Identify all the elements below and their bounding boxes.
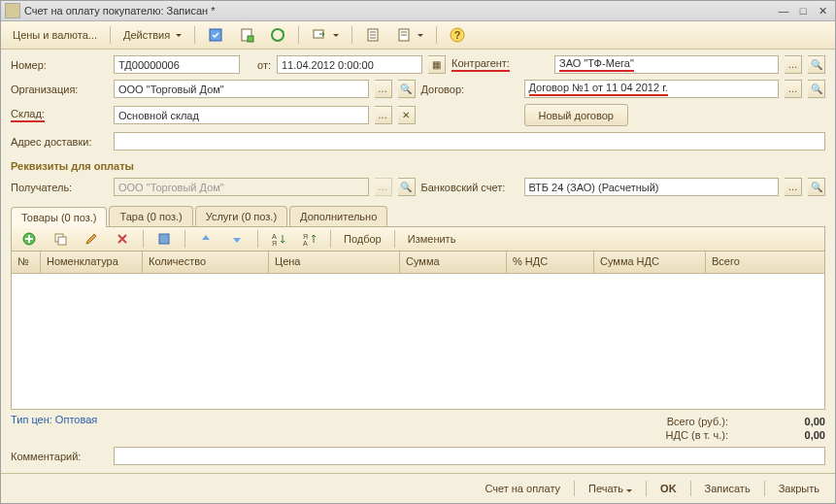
actions-menu[interactable]: Действия xyxy=(117,26,187,44)
goto-icon xyxy=(312,27,327,43)
tab-bar: Товары (0 поз.) Тара (0 поз.) Услуги (0 … xyxy=(11,206,825,226)
new-contract-button[interactable]: Новый договор xyxy=(524,104,628,126)
maximize-button[interactable]: □ xyxy=(794,4,812,17)
reload-icon xyxy=(270,27,285,43)
print-menu-button[interactable]: Печать xyxy=(581,480,640,497)
dogovor-select-button[interactable]: … xyxy=(785,80,802,98)
arrow-up-icon xyxy=(198,231,214,247)
save-button[interactable]: Записать xyxy=(697,480,758,497)
col-price[interactable]: Цена xyxy=(269,252,400,273)
col-vatpct[interactable]: % НДС xyxy=(507,252,594,273)
tab-services[interactable]: Услуги (0 поз.) xyxy=(195,206,287,226)
contragent-search-button[interactable]: 🔍 xyxy=(808,55,825,74)
number-input[interactable]: ТД00000006 xyxy=(114,55,240,74)
search-icon: 🔍 xyxy=(811,59,822,70)
podbor-button[interactable]: Подбор xyxy=(338,230,387,248)
col-sum[interactable]: Сумма xyxy=(400,252,507,273)
sklad-input[interactable]: Основной склад xyxy=(114,106,369,124)
col-vatsum[interactable]: Сумма НДС xyxy=(594,252,706,273)
svg-text:A: A xyxy=(272,233,277,240)
col-qty[interactable]: Количество xyxy=(143,252,269,273)
delete-icon xyxy=(115,231,130,247)
tab-tara[interactable]: Тара (0 поз.) xyxy=(109,206,192,226)
change-button[interactable]: Изменить xyxy=(402,230,462,248)
close-button[interactable]: Закрыть xyxy=(771,480,827,497)
sort-desc-icon: ЯA xyxy=(302,231,318,247)
refresh-icon xyxy=(208,27,223,43)
toolbar-icon-1[interactable] xyxy=(202,24,229,46)
toolbar-icon-4[interactable] xyxy=(306,24,345,46)
dogovor-label: Договор: xyxy=(421,84,518,95)
contragent-select-button[interactable]: … xyxy=(785,55,802,74)
svg-rect-2 xyxy=(248,36,253,42)
search-icon: 🔍 xyxy=(400,182,412,192)
col-total[interactable]: Всего xyxy=(706,252,824,273)
dogovor-input[interactable]: Договор №1 от 11 04 2012 г. xyxy=(524,80,780,98)
col-nomen[interactable]: Номенклатура xyxy=(41,252,143,273)
receiver-select-button[interactable]: … xyxy=(375,178,392,196)
toolbar-icon-6[interactable] xyxy=(390,24,429,46)
comment-label: Комментарий: xyxy=(11,451,108,462)
window-icon xyxy=(5,3,20,18)
org-input[interactable]: ООО "Торговый Дом" xyxy=(114,80,369,98)
help-icon: ? xyxy=(450,27,465,43)
sklad-clear-button[interactable]: ✕ xyxy=(398,106,416,124)
price-type-label: Тип цен: Оптовая xyxy=(11,414,97,425)
sort-asc-icon: AЯ xyxy=(271,231,286,247)
edit-row-button[interactable] xyxy=(78,228,105,250)
org-select-button[interactable]: … xyxy=(375,80,392,98)
sklad-select-button[interactable]: … xyxy=(375,106,392,124)
sort-desc-button[interactable]: ЯA xyxy=(296,228,323,250)
svg-text:Я: Я xyxy=(303,233,308,240)
toolbar-icon-3[interactable] xyxy=(264,24,291,46)
document-icon xyxy=(239,27,254,43)
sort-asc-button[interactable]: AЯ xyxy=(265,228,292,250)
col-n[interactable]: № xyxy=(12,252,41,273)
currency-button[interactable]: Цены и валюта... xyxy=(7,26,103,44)
save-rows-button[interactable] xyxy=(150,228,178,250)
bottom-button-bar: Счет на оплату Печать OK Записать Закрыт… xyxy=(1,473,835,503)
add-icon xyxy=(21,231,37,247)
total-vat-label: НДС (в т. ч.): xyxy=(666,429,728,441)
bank-select-button[interactable]: … xyxy=(785,178,802,196)
toolbar-icon-2[interactable] xyxy=(233,24,260,46)
toolbar-icon-5[interactable] xyxy=(359,24,386,46)
contragent-input[interactable]: ЗАО "ТФ-Мега" xyxy=(554,55,779,74)
bank-account-label: Банковский счет: xyxy=(421,182,518,193)
total-vat-value: 0,00 xyxy=(757,429,825,441)
close-window-button[interactable]: ✕ xyxy=(814,4,831,17)
tab-more[interactable]: Дополнительно xyxy=(289,206,387,226)
window-title: Счет на оплату покупателю: Записан * xyxy=(24,5,215,17)
dogovor-search-button[interactable]: 🔍 xyxy=(808,80,825,98)
tab-toolbar: AЯ ЯA Подбор Изменить xyxy=(11,226,825,251)
move-down-button[interactable] xyxy=(223,228,251,250)
print-invoice-button[interactable]: Счет на оплату xyxy=(477,480,568,497)
add-row-button[interactable] xyxy=(16,228,43,250)
help-button[interactable]: ? xyxy=(444,24,471,46)
move-up-button[interactable] xyxy=(192,228,219,250)
svg-rect-17 xyxy=(159,234,169,244)
copy-row-button[interactable] xyxy=(47,228,74,250)
tab-goods[interactable]: Товары (0 поз.) xyxy=(11,207,107,227)
goods-grid: № Номенклатура Количество Цена Сумма % Н… xyxy=(11,251,825,410)
bank-search-button[interactable]: 🔍 xyxy=(808,178,825,196)
number-label: Номер: xyxy=(11,59,108,71)
receiver-input[interactable]: ООО "Торговый Дом" xyxy=(114,178,369,196)
search-icon: 🔍 xyxy=(811,182,822,192)
receiver-search-button[interactable]: 🔍 xyxy=(398,178,416,196)
org-search-button[interactable]: 🔍 xyxy=(398,80,416,98)
grid-body[interactable] xyxy=(12,274,824,409)
bank-account-input[interactable]: ВТБ 24 (ЗАО) (Расчетный) xyxy=(524,178,780,196)
total-sum-label: Всего (руб.): xyxy=(667,416,728,427)
date-picker-button[interactable]: ▦ xyxy=(428,55,446,74)
receiver-label: Получатель: xyxy=(11,182,108,193)
date-input[interactable]: 11.04.2012 0:00:00 xyxy=(277,55,422,74)
minimize-button[interactable]: — xyxy=(775,4,792,17)
ok-button[interactable]: OK xyxy=(652,480,685,497)
delete-row-button[interactable] xyxy=(109,228,136,250)
pencil-icon xyxy=(84,231,99,247)
disk-icon xyxy=(156,231,172,247)
delivery-address-input[interactable] xyxy=(114,132,825,151)
from-label: от: xyxy=(246,59,271,71)
comment-input[interactable] xyxy=(114,447,825,465)
